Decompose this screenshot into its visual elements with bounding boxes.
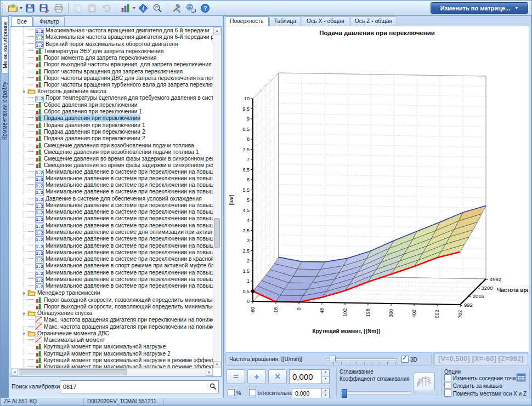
scroll-up-icon[interactable]: ▲: [213, 27, 220, 35]
tree-item[interactable]: 1.2Минимальное давление в системе при пе…: [11, 276, 213, 283]
tree-item[interactable]: Подача давления при переключении 2: [11, 135, 213, 141]
tree-item[interactable]: Порог момента для запрета переключения: [11, 54, 213, 61]
tab-table[interactable]: Таблица: [269, 16, 301, 26]
search-input[interactable]: [62, 381, 207, 392]
scroll-left-icon[interactable]: ◄: [11, 369, 18, 376]
tree-horizontal-scrollbar[interactable]: ◄ ►: [11, 368, 213, 376]
tools-icon[interactable]: [169, 2, 184, 15]
spin-down-icon[interactable]: ▼: [322, 393, 329, 398]
relative-input[interactable]: [292, 388, 322, 398]
spin-up-icon[interactable]: ▲: [322, 388, 329, 393]
tab-surface[interactable]: Поверхность: [225, 16, 269, 26]
smoothing-slider[interactable]: [340, 391, 410, 395]
tree-item[interactable]: 1.2Минимальное давление в системе при пе…: [11, 270, 213, 276]
tree-item[interactable]: Крутящий момент при максимальной нагрузк…: [11, 343, 213, 350]
tree-item[interactable]: Крутящий момент при максимальной нагрузк…: [11, 357, 213, 363]
tree-item[interactable]: 1.2Минимальное давление в системе при пе…: [11, 182, 213, 188]
tree-folder[interactable]: ∨Обнаружение спуска: [11, 310, 213, 316]
tree-item[interactable]: 1.2Минимальное давление в системе при пе…: [11, 175, 213, 182]
tree-item[interactable]: Смещение давления при возобновлении пода…: [11, 148, 213, 155]
network-icon[interactable]: [184, 2, 198, 15]
tree-item[interactable]: Порог частоты вращения для запрета перек…: [11, 68, 213, 75]
tree-item[interactable]: Смещение давления при возобновлении пода…: [11, 142, 213, 148]
horizontal-scroll-thumb[interactable]: [19, 369, 127, 375]
tree-item[interactable]: Подача давления при переключении 1: [11, 122, 213, 128]
tree-item[interactable]: 1.2Максимальная частота вращения двигате…: [11, 27, 213, 34]
save-icon[interactable]: [23, 2, 37, 15]
tree-item[interactable]: Подача давления при переключении: [11, 115, 213, 121]
chart-icon[interactable]: [118, 2, 133, 15]
spin-down-icon[interactable]: ▼: [322, 377, 329, 384]
tree-item[interactable]: Порог частоты вращения ДВС для запрета п…: [11, 75, 213, 81]
save-as-icon[interactable]: [37, 2, 52, 15]
tree-item[interactable]: 1.2Минимальное давление в системе при пе…: [11, 215, 213, 222]
chevron-down-icon[interactable]: ▼: [132, 6, 136, 10]
tree-item[interactable]: 1.2Минимальное давление в системе при пе…: [11, 249, 213, 256]
print-icon[interactable]: [52, 2, 66, 15]
tree-item[interactable]: Порог выходной частоты вращения, для зап…: [11, 61, 213, 67]
zoom-icon[interactable]: 100: [150, 2, 165, 15]
info-icon[interactable]: i: [136, 2, 150, 15]
tree-item[interactable]: Подача давления при переключении 2: [11, 128, 213, 135]
tab-filter[interactable]: Фильтр: [33, 16, 65, 26]
help-icon[interactable]: ?: [198, 2, 212, 15]
tree-item[interactable]: Макс. частота вращения двигателя при пер…: [11, 323, 213, 330]
tree-item[interactable]: 1.2Давление в системе для обеспечения ус…: [11, 196, 213, 202]
tree-folder[interactable]: ∨Контроль давления масла: [11, 88, 213, 94]
tab-axis-z-common[interactable]: Ось Z - общая: [350, 16, 397, 26]
checkbox-percent[interactable]: [228, 389, 235, 396]
tree-folder[interactable]: ∨Менеджер трансмиссии: [11, 289, 213, 296]
side-tab-file-comments[interactable]: Комментарии к файлу: [1, 76, 8, 146]
tree-item[interactable]: Сброс давления при переключении 1: [11, 108, 213, 115]
tree-item[interactable]: Максимальный момент: [11, 336, 213, 343]
tree-item[interactable]: 1.2Максимальная частота вращения двигате…: [11, 34, 213, 41]
surface-chart[interactable]: 00,511,522,533,544,555,566,577,588,599,5…: [225, 38, 528, 341]
checkbox-3d[interactable]: [401, 356, 409, 363]
tree-item[interactable]: 1.2Минимальное давление в системе при пе…: [11, 202, 213, 209]
tree-item[interactable]: Порог частоты вращения турбинного вала д…: [11, 81, 213, 88]
tree-item[interactable]: Макс. частота вращения двигателя при пер…: [11, 316, 213, 323]
spin-up-icon[interactable]: ▲: [322, 370, 329, 377]
tree-item[interactable]: Сброс давления при переключении: [11, 101, 213, 108]
tree-item[interactable]: 1.2Порог температуры сцепления для требу…: [11, 95, 213, 101]
frequency-slider[interactable]: [326, 358, 397, 361]
checkbox-follow-mouse[interactable]: [444, 382, 451, 389]
scroll-right-icon[interactable]: ►: [206, 369, 213, 376]
tree-item[interactable]: Смещение давления во время фазы задержки…: [11, 162, 213, 168]
tree-item[interactable]: 1.2Минимальное давление в системе при пе…: [11, 283, 213, 289]
multiply-value-button[interactable]: ✕: [268, 369, 287, 384]
tree-item[interactable]: Порог выходной скорости, позволяющий опр…: [11, 296, 213, 303]
tree-item[interactable]: 1.2Минимальное давление в системе при пе…: [11, 188, 213, 195]
tree-item[interactable]: 1.2Минимальное давление в системе при пе…: [11, 243, 213, 249]
side-tab-calibration-menu[interactable]: Меню калибровок: [1, 16, 8, 73]
vertical-scroll-thumb[interactable]: [214, 218, 220, 248]
tree-item[interactable]: Смещение давления во время фазы задержки…: [11, 155, 213, 162]
tree-item[interactable]: 1.2Минимальное давление в системе при пе…: [11, 256, 213, 262]
chevron-down-icon[interactable]: ▼: [19, 6, 23, 10]
apply-smoothing-button[interactable]: [413, 373, 435, 391]
checkbox-edit-adjacent-points[interactable]: [444, 374, 451, 381]
scroll-down-icon[interactable]: ▼: [213, 361, 220, 368]
tree-folder[interactable]: ∨Ограничение момента ДВС: [11, 330, 213, 336]
tree-item[interactable]: Крутящий момент при максимальной нагрузк…: [11, 363, 213, 368]
tab-all[interactable]: Все: [11, 16, 33, 26]
tree-vertical-scrollbar[interactable]: ▲ ▼: [213, 27, 220, 368]
tree-item[interactable]: Температура ЭБУ для запрета переключения: [11, 48, 213, 54]
value-input[interactable]: [290, 370, 322, 384]
set-value-button[interactable]: =: [227, 369, 245, 384]
tree-item[interactable]: Крутящий момент при максимальной нагрузк…: [11, 350, 213, 357]
checkbox-swap-axes-x-z[interactable]: [444, 390, 451, 397]
edit-by-matrix-button[interactable]: Изменить по матрице... ▼: [431, 2, 528, 14]
smoothing-slider-handle[interactable]: [342, 389, 347, 398]
checkbox-relative[interactable]: [249, 389, 256, 396]
tab-axis-x-common[interactable]: Ось X - общая: [302, 16, 349, 26]
grid-table-button[interactable]: [516, 373, 526, 382]
add-value-button[interactable]: +: [247, 369, 266, 384]
tree-item[interactable]: 1.2Минимальное давление в системе при пе…: [11, 209, 213, 215]
open-folder-icon[interactable]: [5, 2, 20, 15]
tree-item[interactable]: 1.2Минимальное давление в системе для оп…: [11, 229, 213, 236]
tree-item[interactable]: Порог выходной скорости, позволяющий опр…: [11, 303, 213, 310]
tree-item[interactable]: 1.2Минимальное давление в системе при пе…: [11, 169, 213, 175]
tree-item[interactable]: 1.2Минимальное давление в спорт режиме п…: [11, 262, 213, 269]
tree-item[interactable]: 1.2Минимальное давление в системе при пе…: [11, 222, 213, 229]
